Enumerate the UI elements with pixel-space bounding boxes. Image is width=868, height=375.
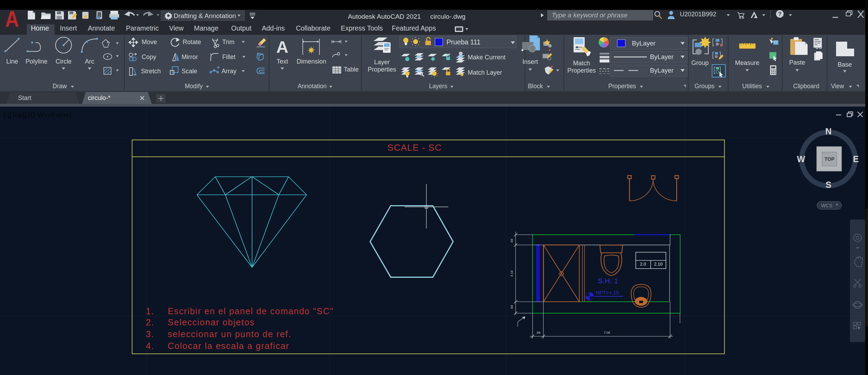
svg-text:3.16: 3.16 xyxy=(510,270,514,277)
svg-text:3.: 3. xyxy=(146,329,154,339)
svg-text:S.H. 1: S.H. 1 xyxy=(598,277,618,285)
svg-text:2.: 2. xyxy=(146,317,154,327)
svg-text:Colocar la escala a graficar: Colocar la escala a graficar xyxy=(168,341,290,351)
svg-text:circulo-.dwg: circulo-.dwg xyxy=(430,13,465,20)
svg-text:Parametric: Parametric xyxy=(126,24,159,32)
svg-text:Express Tools: Express Tools xyxy=(341,24,383,32)
svg-text:Base: Base xyxy=(837,61,852,68)
svg-text:Dimension: Dimension xyxy=(297,58,326,65)
svg-text:Autodesk AutoCAD 2021: Autodesk AutoCAD 2021 xyxy=(348,13,421,20)
svg-text:Measure: Measure xyxy=(735,59,759,66)
svg-text:.59: .59 xyxy=(510,239,514,243)
svg-text:Output: Output xyxy=(231,24,252,32)
svg-text:Stretch: Stretch xyxy=(141,68,161,75)
svg-text:Type a keyword or phrase: Type a keyword or phrase xyxy=(552,11,627,19)
svg-text:Table: Table xyxy=(344,66,359,73)
svg-text:Fillet: Fillet xyxy=(222,53,235,60)
svg-text:2.10: 2.10 xyxy=(654,262,662,267)
svg-text:Move: Move xyxy=(142,39,157,45)
svg-text:Group: Group xyxy=(691,59,709,66)
svg-text:Insert: Insert xyxy=(60,24,77,32)
svg-text:[-][Top][2D Wireframe]: [-][Top][2D Wireframe] xyxy=(3,111,72,119)
svg-text:Array: Array xyxy=(222,68,236,75)
svg-text:Start: Start xyxy=(18,94,31,101)
svg-text:Utilities: Utilities xyxy=(742,83,762,90)
svg-text:.59: .59 xyxy=(510,305,514,309)
svg-text:TOP: TOP xyxy=(825,156,835,162)
svg-text:ByLayer: ByLayer xyxy=(650,53,674,60)
svg-text:Modify: Modify xyxy=(185,83,203,90)
svg-text:Block: Block xyxy=(528,83,543,90)
svg-text:WCS: WCS xyxy=(821,203,833,208)
svg-text:Annotation: Annotation xyxy=(298,83,327,90)
svg-text:Groups: Groups xyxy=(694,83,715,90)
svg-text:Scale: Scale xyxy=(182,68,197,75)
svg-text:U20201B992: U20201B992 xyxy=(680,11,716,18)
svg-text:Layers: Layers xyxy=(429,83,448,90)
svg-text:E: E xyxy=(853,154,859,164)
svg-text:W: W xyxy=(797,154,805,164)
svg-text:N: N xyxy=(825,126,832,136)
svg-text:Seleccionar objetos: Seleccionar objetos xyxy=(168,317,255,327)
svg-text:Home: Home xyxy=(31,24,49,32)
svg-text:Paste: Paste xyxy=(789,59,805,66)
svg-text:Annotate: Annotate xyxy=(88,24,115,32)
svg-text:Prueba 111: Prueba 111 xyxy=(446,38,481,46)
svg-text:1.: 1. xyxy=(146,306,154,316)
svg-text:NPT=+.15: NPT=+.15 xyxy=(596,290,619,295)
svg-text:ByLayer: ByLayer xyxy=(632,40,656,47)
svg-text:Properties: Properties xyxy=(608,83,636,90)
svg-text:Clipboard: Clipboard xyxy=(793,83,819,90)
svg-text:Mirror: Mirror xyxy=(182,53,198,60)
svg-text:Rotate: Rotate xyxy=(183,39,201,45)
svg-text:Circle: Circle xyxy=(56,58,72,65)
svg-text:seleccionar un punto de ref.: seleccionar un punto de ref. xyxy=(168,329,291,339)
svg-text:View: View xyxy=(169,24,184,32)
svg-text:Copy: Copy xyxy=(142,53,156,60)
svg-text:A: A xyxy=(5,7,19,32)
svg-text:Collaborate: Collaborate xyxy=(296,24,331,32)
svg-text:?: ? xyxy=(778,11,782,17)
svg-text:Line: Line xyxy=(6,58,18,65)
svg-text:.99: .99 xyxy=(536,331,540,334)
svg-text:Manage: Manage xyxy=(194,24,218,32)
svg-text:Arc: Arc xyxy=(85,58,94,65)
svg-text:4.: 4. xyxy=(146,341,154,351)
svg-text:circulo-*: circulo-* xyxy=(88,94,110,101)
svg-text:Trim: Trim xyxy=(222,39,234,45)
svg-text:SCALE - SC: SCALE - SC xyxy=(387,142,442,153)
svg-text:Properties: Properties xyxy=(368,66,396,73)
svg-text:S: S xyxy=(826,180,832,190)
svg-text:Insert: Insert xyxy=(522,58,538,65)
svg-text:Properties: Properties xyxy=(567,67,596,74)
svg-text:Escribir en el panel de comand: Escribir en el panel de comando "SC" xyxy=(168,306,334,316)
svg-text:ByLayer: ByLayer xyxy=(650,67,674,74)
svg-text:View: View xyxy=(831,83,844,90)
svg-text:Make Current: Make Current xyxy=(468,54,506,61)
svg-text:7.06: 7.06 xyxy=(604,331,610,334)
svg-text:Featured Apps: Featured Apps xyxy=(392,24,436,32)
svg-text:Draw: Draw xyxy=(53,83,67,90)
svg-text:Text: Text xyxy=(276,58,288,65)
svg-text:Layer: Layer xyxy=(374,59,390,66)
svg-text:Add-ins: Add-ins xyxy=(262,24,285,32)
svg-text:Match: Match xyxy=(573,60,590,67)
svg-text:Match Layer: Match Layer xyxy=(468,69,502,76)
svg-text:Drafting & Annotation: Drafting & Annotation xyxy=(174,12,236,19)
svg-text:2.0: 2.0 xyxy=(640,262,646,267)
svg-text:Polyline: Polyline xyxy=(25,58,47,65)
svg-text:A: A xyxy=(276,38,289,56)
